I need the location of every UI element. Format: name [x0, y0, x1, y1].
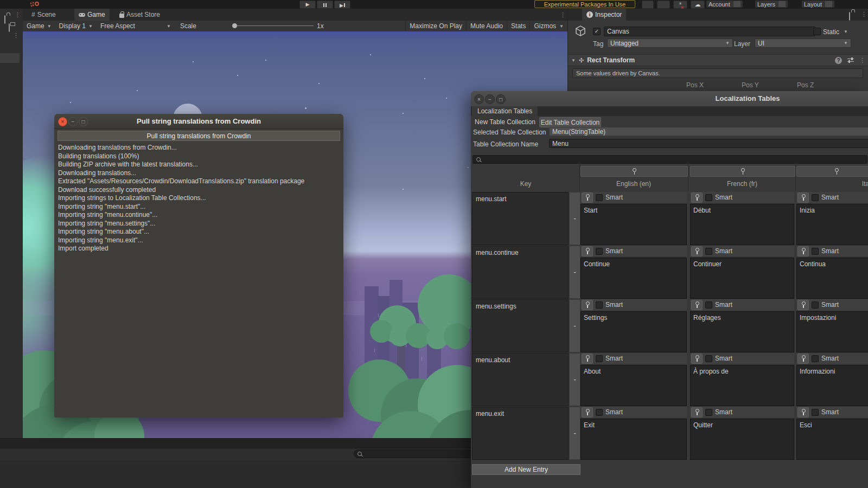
smart-checkbox[interactable]	[705, 301, 712, 309]
italian-column-header[interactable]: Italia	[796, 180, 868, 188]
metadata-button[interactable]	[691, 192, 703, 203]
key-column-header[interactable]: Key	[472, 180, 579, 188]
window-titlebar[interactable]	[471, 91, 868, 107]
tab-inspector[interactable]: i Inspector	[582, 9, 626, 21]
tool-handle-icon[interactable]	[29, 1, 41, 8]
metadata-button[interactable]	[582, 192, 593, 203]
smart-checkbox[interactable]	[705, 248, 712, 255]
column-metadata-button[interactable]	[690, 166, 795, 177]
pause-button[interactable]	[317, 1, 333, 9]
tab-game[interactable]: Game	[74, 9, 110, 21]
static-checkbox[interactable]	[813, 28, 821, 35]
mute-audio-button[interactable]: Mute Audio	[466, 21, 507, 31]
smart-checkbox[interactable]	[705, 194, 712, 201]
translation-field[interactable]: Settings	[580, 311, 687, 352]
maximize-icon[interactable]: □	[79, 117, 88, 126]
game-mode-dropdown[interactable]: Game ▼	[23, 21, 55, 31]
static-dropdown-icon[interactable]: ▼	[844, 29, 848, 34]
metadata-button[interactable]	[582, 300, 593, 310]
smart-checkbox[interactable]	[596, 248, 603, 255]
translation-field[interactable]: Exit	[580, 419, 687, 460]
pane-menu-icon[interactable]: ⋮	[15, 12, 21, 18]
translation-field[interactable]: About	[580, 365, 687, 406]
key-field[interactable]: menu.about	[472, 353, 569, 406]
display-dropdown[interactable]: Display 1 ▼	[55, 21, 97, 31]
metadata-button[interactable]	[797, 300, 809, 310]
close-icon[interactable]: ×	[474, 94, 484, 104]
translation-field[interactable]: Start	[580, 204, 687, 245]
active-checkbox[interactable]: ✓	[593, 28, 601, 35]
layer-dropdown[interactable]: UI▼	[755, 38, 851, 48]
english-column-header[interactable]: English (en)	[580, 180, 687, 188]
gameobject-cube-icon[interactable]	[575, 25, 586, 37]
key-field[interactable]: menu.start	[472, 192, 569, 245]
metadata-button[interactable]	[582, 354, 593, 364]
column-metadata-button[interactable]	[796, 166, 868, 177]
smart-checkbox[interactable]	[705, 409, 712, 416]
tab-scene[interactable]: # Scene	[27, 9, 60, 21]
smart-checkbox[interactable]	[812, 409, 819, 416]
experimental-packages-button[interactable]: Experimental Packages In Use	[534, 0, 635, 8]
metadata-button[interactable]	[582, 407, 593, 418]
maximize-icon[interactable]: □	[496, 94, 506, 104]
key-field[interactable]: menu.exit	[472, 407, 569, 460]
collab-button[interactable]: * ×	[673, 1, 687, 9]
smart-checkbox[interactable]	[812, 301, 819, 309]
lock-icon[interactable]	[849, 12, 850, 20]
new-table-collection-button[interactable]: New Table Collection	[473, 117, 537, 126]
key-field[interactable]: menu.settings	[472, 299, 569, 352]
maximize-on-play-button[interactable]: Maximize On Play	[405, 21, 466, 31]
translation-field[interactable]: Continuer	[690, 258, 794, 299]
metadata-button[interactable]	[797, 192, 809, 203]
pull-translations-button[interactable]: Pull string translations from Crowdin	[58, 131, 340, 141]
help-icon[interactable]: ?	[835, 57, 842, 64]
rect-transform-header[interactable]: ▼ ✣ Rect Transform ? ⋮	[568, 54, 868, 66]
column-metadata-button[interactable]	[580, 166, 688, 177]
metadata-button[interactable]	[797, 246, 809, 256]
project-search-input[interactable]	[354, 450, 473, 458]
layers-dropdown[interactable]: Layers	[755, 1, 788, 8]
cloud-button[interactable]: ☁	[691, 1, 705, 9]
stats-button[interactable]: Stats	[507, 21, 529, 31]
smart-checkbox[interactable]	[812, 194, 819, 201]
remove-entry-button[interactable]: -	[569, 353, 580, 406]
tag-dropdown[interactable]: Untagged▼	[607, 38, 733, 48]
metadata-button[interactable]	[691, 407, 703, 418]
tab-asset-store[interactable]: Asset Store	[115, 9, 164, 21]
translation-field[interactable]: À propos de	[690, 365, 794, 406]
gizmos-dropdown[interactable]: Gizmos ▼	[529, 21, 567, 31]
layout-dropdown[interactable]: Layout	[802, 1, 834, 8]
french-column-header[interactable]: French (fr)	[690, 180, 794, 188]
presets-icon[interactable]	[847, 57, 854, 63]
tab-localization-tables[interactable]: Localization Tables	[472, 106, 538, 116]
add-new-entry-button[interactable]: Add New Entry	[472, 464, 580, 475]
translation-field[interactable]: Continua	[796, 258, 868, 299]
smart-checkbox[interactable]	[596, 409, 603, 416]
object-name-field[interactable]: Canvas	[604, 27, 815, 36]
metadata-button[interactable]	[797, 354, 809, 364]
metadata-button[interactable]	[691, 354, 703, 364]
lock-icon[interactable]	[4, 16, 5, 23]
pane-menu-icon[interactable]: ⋮	[861, 11, 867, 17]
collapsed-pane-handle[interactable]	[0, 53, 20, 63]
translation-field[interactable]: Impostazioni	[796, 311, 868, 352]
translation-field[interactable]: Inizia	[796, 204, 868, 245]
scale-slider-track[interactable]	[233, 25, 314, 26]
dialog-titlebar[interactable]: Pull string translations from Crowdin	[54, 114, 343, 129]
remove-entry-button[interactable]: -	[569, 246, 580, 299]
aspect-dropdown[interactable]: Free Aspect ▼	[97, 21, 175, 31]
close-icon[interactable]: ×	[58, 117, 67, 126]
smart-checkbox[interactable]	[596, 355, 603, 362]
table-search-input[interactable]	[473, 155, 867, 164]
scale-slider-thumb[interactable]	[232, 23, 237, 28]
translation-field[interactable]: Esci	[796, 419, 868, 460]
smart-checkbox[interactable]	[596, 301, 603, 309]
smart-checkbox[interactable]	[812, 248, 819, 255]
undo-history-button[interactable]	[657, 1, 670, 9]
translation-field[interactable]: Continue	[580, 258, 687, 299]
pane-menu-icon[interactable]: ⋮	[13, 33, 19, 38]
preview-packages-button[interactable]	[642, 1, 654, 9]
component-menu-icon[interactable]: ⋮	[859, 57, 865, 63]
translation-field[interactable]: Informazioni	[796, 365, 868, 406]
remove-entry-button[interactable]: -	[569, 299, 580, 352]
